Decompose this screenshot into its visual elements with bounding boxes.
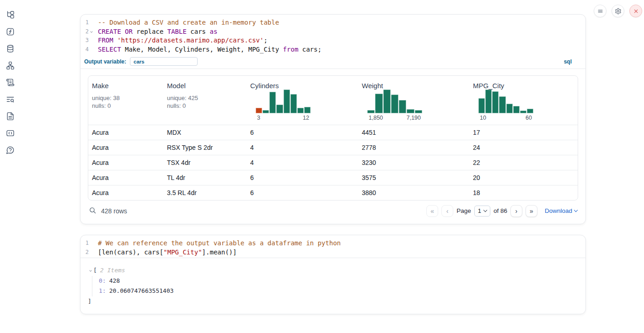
gear-icon: [615, 8, 622, 15]
table-row[interactable]: AcuraTSX 4dr4323022: [88, 155, 578, 170]
histogram-bar: [367, 110, 375, 113]
collapse-toggle[interactable]: [88, 270, 93, 271]
table-cell: TL 4dr: [163, 174, 247, 181]
axis-min: 3: [257, 115, 260, 121]
tree-children: 0:4281:20.060747663551403: [92, 276, 578, 296]
download-button[interactable]: Download: [545, 207, 577, 214]
sql-code-editor[interactable]: 1-- Download a CSV and create an in-memo…: [80, 15, 585, 55]
prev-page-button[interactable]: ‹: [441, 205, 453, 217]
table-cell: Acura: [88, 174, 163, 181]
python-code-editor[interactable]: 1# We can reference the output variable …: [80, 235, 585, 258]
search-button[interactable]: [89, 206, 97, 216]
fold-gutter: [89, 45, 94, 54]
database-icon: [6, 44, 15, 53]
fold-gutter: [89, 36, 94, 45]
notebook: 1-- Download a CSV and create an in-memo…: [80, 14, 586, 314]
sidebar-item-log-search[interactable]: [5, 95, 15, 104]
settings-button[interactable]: [612, 5, 624, 17]
table-cell: 22: [469, 159, 578, 166]
table-cell: RSX Type S 2dr: [163, 144, 247, 151]
language-badge: sql: [564, 58, 572, 65]
row-count: 428 rows: [101, 207, 127, 215]
menu-button[interactable]: [594, 5, 606, 17]
cylinders-histogram[interactable]: 3 12: [256, 90, 311, 121]
stat-nulls: nulls: 0: [167, 102, 243, 110]
sidebar-item-documentation[interactable]: [5, 111, 15, 121]
page-total-label: of 86: [494, 207, 507, 214]
column-label[interactable]: Cylinders: [250, 82, 354, 90]
table-header: Make unique: 38 nulls: 0 Model unique: 4…: [88, 76, 578, 125]
output-variable-input[interactable]: [130, 57, 198, 66]
axis-max: 7,190: [407, 115, 421, 121]
histogram-bar: [297, 108, 304, 113]
sql-cell-output: Make unique: 38 nulls: 0 Model unique: 4…: [80, 69, 585, 224]
shutdown-button[interactable]: [629, 5, 642, 17]
page-select-value: 1: [478, 207, 481, 214]
fold-toggle[interactable]: [89, 27, 94, 37]
column-label[interactable]: MPG_City: [473, 82, 574, 90]
table-row[interactable]: AcuraRSX Type S 2dr4277824: [88, 140, 578, 155]
histogram-bar: [391, 95, 398, 113]
table-row[interactable]: Acura3.5 RL 4dr6388018: [88, 185, 578, 200]
table-cell: MDX: [163, 129, 247, 136]
column-stats: unique: 425 nulls: 0: [167, 94, 243, 110]
close-bracket: ]: [88, 296, 578, 307]
table-cell: 4: [247, 144, 358, 151]
page-select[interactable]: 1: [474, 206, 490, 217]
column-header-model: Model unique: 425 nulls: 0: [163, 76, 247, 125]
column-label[interactable]: Weight: [362, 82, 466, 90]
last-page-button[interactable]: »: [526, 205, 537, 217]
next-page-button[interactable]: ›: [510, 205, 522, 217]
sidebar-item-dependency-graph[interactable]: [5, 61, 15, 70]
tree-entry: 1:20.060747663551403: [99, 286, 578, 296]
python-cell-output: [ 2 Items 0:4281:20.060747663551403 ]: [80, 258, 585, 314]
tree-value: 428: [109, 277, 120, 284]
table-row[interactable]: AcuraTL 4dr6357520: [88, 170, 578, 185]
sidebar-item-logs[interactable]: [5, 78, 15, 87]
table-row[interactable]: AcuraMDX6445117: [88, 125, 578, 140]
first-page-button[interactable]: «: [426, 205, 438, 217]
histogram-bar: [399, 100, 406, 113]
tree-head: [ 2 Items: [88, 265, 578, 276]
table-footer: 428 rows « ‹ Page 1 of 86 › » Download: [88, 201, 578, 221]
sidebar-item-help[interactable]: [5, 145, 15, 154]
sidebar-item-file-tree[interactable]: [5, 10, 15, 19]
table-cell: 24: [469, 144, 578, 151]
weight-histogram[interactable]: 1,850 7,190: [367, 90, 422, 121]
sidebar-item-datasources[interactable]: [5, 44, 15, 53]
table-cell: 3880: [358, 189, 469, 196]
code-line: 1-- Download a CSV and create an in-memo…: [80, 18, 585, 27]
output-variable-label: Output variable:: [84, 58, 126, 65]
sidebar-item-variables[interactable]: [5, 27, 15, 36]
histogram-bar: [256, 108, 262, 113]
table-cell: Acura: [88, 144, 163, 151]
double-chevron-left-icon: «: [430, 208, 434, 214]
histogram-bar: [499, 96, 505, 113]
histogram-bar: [284, 90, 290, 113]
code-text: [len(cars), cars["MPG_City"].mean()]: [94, 248, 236, 257]
table-cell: 18: [469, 189, 578, 196]
tree-key: 0:: [99, 277, 106, 284]
code-line: 3FROM 'https://datasets.marimo.app/cars.…: [80, 36, 585, 45]
column-label[interactable]: Make: [92, 82, 160, 90]
histogram-bar: [415, 110, 422, 113]
table-cell: 17: [469, 129, 578, 136]
code-text: SELECT Make, Model, Cylinders, Weight, M…: [94, 45, 322, 54]
dependency-graph-icon: [6, 61, 15, 70]
chevron-down-icon: [574, 208, 578, 212]
table-cell: Acura: [88, 129, 163, 136]
column-label[interactable]: Model: [167, 82, 243, 90]
mpg-city-histogram[interactable]: 10 60: [478, 90, 533, 121]
double-chevron-right-icon: »: [530, 208, 533, 214]
table-cell: 6: [247, 129, 358, 136]
chevron-down-icon: [89, 269, 92, 272]
scroll-icon: [6, 78, 15, 87]
snippets-icon: [6, 129, 15, 137]
table-cell: Acura: [88, 159, 163, 166]
histogram-bar: [506, 104, 513, 113]
python-cell: 1# We can reference the output variable …: [80, 235, 586, 314]
axis-min: 10: [480, 115, 486, 121]
line-number: 2: [80, 27, 89, 37]
histogram-bar: [478, 98, 485, 113]
sidebar-item-snippets[interactable]: [5, 128, 15, 137]
